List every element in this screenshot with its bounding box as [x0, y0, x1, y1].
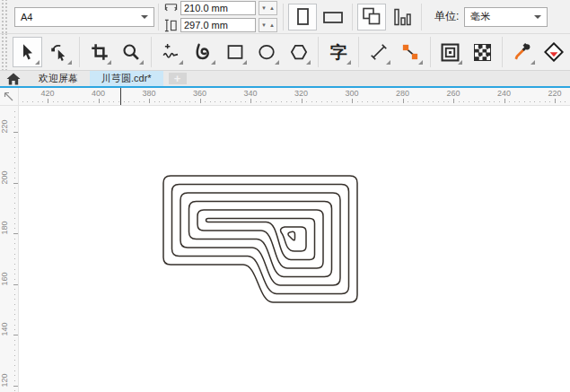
- ruler-label: 120: [0, 370, 9, 390]
- livesketch-tool-button[interactable]: [188, 37, 218, 67]
- ruler-tick: [14, 380, 15, 381]
- pick-tool-button[interactable]: [13, 37, 43, 67]
- drawing-canvas[interactable]: [19, 106, 570, 392]
- unit-select[interactable]: 毫米: [464, 7, 548, 27]
- toolbar-grip[interactable]: [0, 34, 8, 70]
- home-icon: [6, 73, 21, 85]
- contour-drawing[interactable]: [19, 106, 570, 392]
- ruler-tick: [83, 101, 84, 102]
- step-down-icon[interactable]: ▼: [261, 5, 267, 11]
- tab-label: 川芎圆.cdr*: [101, 72, 152, 85]
- ruler-tick: [443, 101, 444, 102]
- page-bars-icon: [392, 7, 412, 27]
- ruler-tick: [14, 147, 15, 148]
- freehand-tool-button[interactable]: [156, 37, 187, 67]
- connector-tool-button[interactable]: [395, 37, 425, 67]
- page-width-input[interactable]: [180, 1, 256, 15]
- new-document-tab-button[interactable]: +: [169, 73, 187, 84]
- toolbar-grip[interactable]: [0, 0, 8, 33]
- ruler-tick: [14, 152, 15, 153]
- current-page-size-button[interactable]: [388, 4, 417, 30]
- ruler-tick: [73, 101, 74, 102]
- interactive-fill-tool-button[interactable]: [539, 37, 570, 67]
- ruler-tick: [13, 284, 18, 285]
- ruler-tick: [42, 101, 43, 102]
- step-up-icon[interactable]: ▲: [269, 22, 275, 28]
- page-height-stepper[interactable]: ▼ ▲: [259, 18, 277, 32]
- tab-document[interactable]: 川芎圆.cdr*: [90, 71, 163, 86]
- separator: [502, 37, 503, 67]
- separator: [318, 37, 319, 67]
- all-pages-size-button[interactable]: [357, 4, 386, 30]
- polygon-tool-button[interactable]: [284, 37, 314, 67]
- landscape-orientation-button[interactable]: [319, 4, 347, 30]
- page-height-input[interactable]: [180, 18, 256, 32]
- ruler-tick: [271, 101, 272, 102]
- ruler-tick: [392, 101, 393, 102]
- ruler-tick: [321, 101, 322, 102]
- vertical-ruler[interactable]: 220200180160140120: [0, 106, 19, 392]
- flyout-arrow-icon: [35, 60, 39, 65]
- ruler-tick: [539, 101, 540, 102]
- landscape-page-icon: [321, 6, 345, 28]
- dimension-tool-button[interactable]: [364, 37, 394, 67]
- contour-path[interactable]: [288, 231, 295, 240]
- shape-icon: [50, 43, 68, 61]
- separator: [421, 4, 422, 30]
- zoom-tool-button[interactable]: [116, 37, 146, 67]
- shape-tool-button[interactable]: [44, 37, 75, 67]
- flyout-arrow-icon: [458, 60, 462, 65]
- ruler-tick: [14, 299, 15, 300]
- ruler-tick: [13, 132, 18, 133]
- ruler-tick: [489, 101, 490, 102]
- ruler-tick: [504, 99, 505, 103]
- page-width-stepper[interactable]: ▼ ▲: [259, 1, 277, 15]
- ruler-tick: [164, 101, 165, 102]
- ruler-tick: [14, 325, 15, 326]
- flyout-arrow-icon: [275, 60, 279, 65]
- ruler-tick: [14, 223, 15, 224]
- ruler-tick: [474, 101, 475, 102]
- ruler-tick: [433, 101, 434, 102]
- chevron-down-icon: [141, 15, 148, 22]
- step-up-icon[interactable]: ▲: [269, 5, 275, 11]
- flyout-arrow-icon: [179, 60, 183, 65]
- ruler-tick: [560, 101, 561, 102]
- ruler-tick: [14, 314, 15, 315]
- separator: [358, 37, 359, 67]
- eyedropper-tool-button[interactable]: [507, 37, 538, 67]
- ruler-tick: [530, 101, 531, 102]
- ruler-label: 220: [0, 117, 9, 136]
- transparency-checker-icon: [474, 44, 491, 61]
- portrait-orientation-button[interactable]: [288, 4, 317, 30]
- ruler-tick: [14, 197, 15, 198]
- document-tab-bar: 欢迎屏幕 川芎圆.cdr* +: [0, 71, 570, 86]
- ellipse-tool-button[interactable]: [251, 37, 282, 67]
- horizontal-ruler[interactable]: 420400380360340320300280260240220: [19, 88, 570, 106]
- magnifier-icon: [122, 43, 140, 61]
- ruler-tick: [565, 101, 566, 102]
- text-tool-button[interactable]: 字: [323, 37, 354, 67]
- step-down-icon[interactable]: ▼: [261, 22, 267, 28]
- ruler-tick: [342, 101, 343, 102]
- ruler-tick: [357, 101, 358, 102]
- ruler-tick: [14, 203, 15, 204]
- ruler-label: 220: [545, 89, 565, 98]
- freehand-icon: [162, 43, 180, 61]
- ruler-tick: [413, 101, 414, 102]
- page-size-select[interactable]: A4: [14, 7, 154, 27]
- transparency-tool-button[interactable]: [467, 37, 497, 67]
- home-button[interactable]: [0, 71, 27, 86]
- ruler-tick: [154, 101, 155, 102]
- rectangle-tool-button[interactable]: [220, 37, 250, 67]
- contour-path[interactable]: [281, 227, 306, 251]
- contour-tool-button[interactable]: [435, 37, 466, 67]
- ruler-tick: [459, 101, 460, 102]
- tab-welcome-screen[interactable]: 欢迎屏幕: [27, 71, 90, 86]
- ruler-tick: [14, 390, 15, 391]
- ruler-origin-button[interactable]: [0, 88, 19, 106]
- contour-path[interactable]: [189, 202, 332, 277]
- app-window: A4 ▼ ▲ ▼: [0, 0, 570, 392]
- ruler-tick: [14, 239, 15, 240]
- crop-tool-button[interactable]: [84, 37, 115, 67]
